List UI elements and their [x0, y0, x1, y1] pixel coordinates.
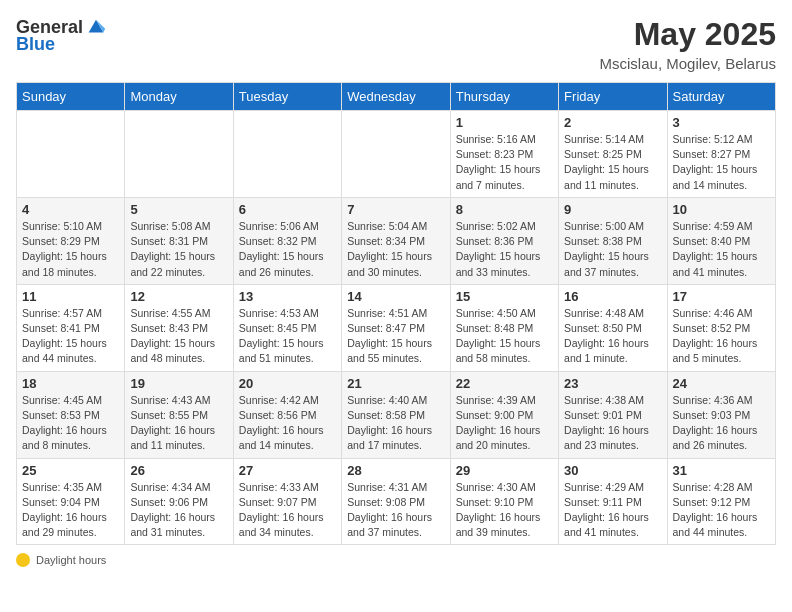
day-number: 14 [347, 289, 444, 304]
column-header-friday: Friday [559, 83, 667, 111]
sun-icon [16, 553, 30, 567]
day-number: 12 [130, 289, 227, 304]
day-info: Sunrise: 4:29 AM Sunset: 9:11 PM Dayligh… [564, 480, 661, 541]
day-info: Sunrise: 4:57 AM Sunset: 8:41 PM Dayligh… [22, 306, 119, 367]
calendar-cell [342, 111, 450, 198]
calendar-cell: 23Sunrise: 4:38 AM Sunset: 9:01 PM Dayli… [559, 371, 667, 458]
month-title: May 2025 [600, 16, 776, 53]
day-info: Sunrise: 4:36 AM Sunset: 9:03 PM Dayligh… [673, 393, 770, 454]
day-info: Sunrise: 4:40 AM Sunset: 8:58 PM Dayligh… [347, 393, 444, 454]
day-info: Sunrise: 4:55 AM Sunset: 8:43 PM Dayligh… [130, 306, 227, 367]
day-info: Sunrise: 5:14 AM Sunset: 8:25 PM Dayligh… [564, 132, 661, 193]
day-info: Sunrise: 4:34 AM Sunset: 9:06 PM Dayligh… [130, 480, 227, 541]
day-number: 27 [239, 463, 336, 478]
day-number: 13 [239, 289, 336, 304]
calendar-cell: 31Sunrise: 4:28 AM Sunset: 9:12 PM Dayli… [667, 458, 775, 545]
day-info: Sunrise: 4:31 AM Sunset: 9:08 PM Dayligh… [347, 480, 444, 541]
day-number: 6 [239, 202, 336, 217]
day-number: 30 [564, 463, 661, 478]
day-info: Sunrise: 4:30 AM Sunset: 9:10 PM Dayligh… [456, 480, 553, 541]
calendar-cell: 30Sunrise: 4:29 AM Sunset: 9:11 PM Dayli… [559, 458, 667, 545]
calendar-cell: 11Sunrise: 4:57 AM Sunset: 8:41 PM Dayli… [17, 284, 125, 371]
footer-note: Daylight hours [16, 553, 776, 567]
calendar-cell [125, 111, 233, 198]
day-number: 23 [564, 376, 661, 391]
day-number: 10 [673, 202, 770, 217]
column-header-tuesday: Tuesday [233, 83, 341, 111]
day-number: 19 [130, 376, 227, 391]
logo-icon [85, 16, 107, 38]
title-area: May 2025 Mscislau, Mogilev, Belarus [600, 16, 776, 72]
day-number: 29 [456, 463, 553, 478]
day-number: 24 [673, 376, 770, 391]
day-number: 18 [22, 376, 119, 391]
day-info: Sunrise: 4:48 AM Sunset: 8:50 PM Dayligh… [564, 306, 661, 367]
calendar-cell: 7Sunrise: 5:04 AM Sunset: 8:34 PM Daylig… [342, 197, 450, 284]
calendar-cell: 16Sunrise: 4:48 AM Sunset: 8:50 PM Dayli… [559, 284, 667, 371]
column-header-wednesday: Wednesday [342, 83, 450, 111]
calendar-cell: 2Sunrise: 5:14 AM Sunset: 8:25 PM Daylig… [559, 111, 667, 198]
calendar-cell: 5Sunrise: 5:08 AM Sunset: 8:31 PM Daylig… [125, 197, 233, 284]
day-number: 31 [673, 463, 770, 478]
calendar-week-row: 11Sunrise: 4:57 AM Sunset: 8:41 PM Dayli… [17, 284, 776, 371]
calendar-cell: 26Sunrise: 4:34 AM Sunset: 9:06 PM Dayli… [125, 458, 233, 545]
day-number: 17 [673, 289, 770, 304]
day-info: Sunrise: 4:50 AM Sunset: 8:48 PM Dayligh… [456, 306, 553, 367]
calendar-cell: 18Sunrise: 4:45 AM Sunset: 8:53 PM Dayli… [17, 371, 125, 458]
day-info: Sunrise: 4:46 AM Sunset: 8:52 PM Dayligh… [673, 306, 770, 367]
day-info: Sunrise: 4:45 AM Sunset: 8:53 PM Dayligh… [22, 393, 119, 454]
calendar-cell: 15Sunrise: 4:50 AM Sunset: 8:48 PM Dayli… [450, 284, 558, 371]
logo-blue-text: Blue [16, 34, 55, 55]
calendar-cell: 9Sunrise: 5:00 AM Sunset: 8:38 PM Daylig… [559, 197, 667, 284]
calendar-cell: 14Sunrise: 4:51 AM Sunset: 8:47 PM Dayli… [342, 284, 450, 371]
day-info: Sunrise: 5:02 AM Sunset: 8:36 PM Dayligh… [456, 219, 553, 280]
location-title: Mscislau, Mogilev, Belarus [600, 55, 776, 72]
calendar-cell: 12Sunrise: 4:55 AM Sunset: 8:43 PM Dayli… [125, 284, 233, 371]
day-number: 25 [22, 463, 119, 478]
day-info: Sunrise: 4:43 AM Sunset: 8:55 PM Dayligh… [130, 393, 227, 454]
day-info: Sunrise: 4:42 AM Sunset: 8:56 PM Dayligh… [239, 393, 336, 454]
column-header-thursday: Thursday [450, 83, 558, 111]
calendar-week-row: 18Sunrise: 4:45 AM Sunset: 8:53 PM Dayli… [17, 371, 776, 458]
day-number: 26 [130, 463, 227, 478]
logo: General Blue [16, 16, 107, 55]
calendar-cell: 10Sunrise: 4:59 AM Sunset: 8:40 PM Dayli… [667, 197, 775, 284]
calendar-cell: 1Sunrise: 5:16 AM Sunset: 8:23 PM Daylig… [450, 111, 558, 198]
calendar-cell: 22Sunrise: 4:39 AM Sunset: 9:00 PM Dayli… [450, 371, 558, 458]
day-number: 21 [347, 376, 444, 391]
day-number: 7 [347, 202, 444, 217]
day-info: Sunrise: 4:59 AM Sunset: 8:40 PM Dayligh… [673, 219, 770, 280]
calendar-cell: 21Sunrise: 4:40 AM Sunset: 8:58 PM Dayli… [342, 371, 450, 458]
column-header-monday: Monday [125, 83, 233, 111]
calendar-cell: 19Sunrise: 4:43 AM Sunset: 8:55 PM Dayli… [125, 371, 233, 458]
day-number: 3 [673, 115, 770, 130]
day-number: 5 [130, 202, 227, 217]
calendar-cell: 24Sunrise: 4:36 AM Sunset: 9:03 PM Dayli… [667, 371, 775, 458]
page-header: General Blue May 2025 Mscislau, Mogilev,… [16, 16, 776, 72]
daylight-label: Daylight hours [36, 554, 106, 566]
day-number: 2 [564, 115, 661, 130]
day-info: Sunrise: 4:51 AM Sunset: 8:47 PM Dayligh… [347, 306, 444, 367]
day-info: Sunrise: 5:10 AM Sunset: 8:29 PM Dayligh… [22, 219, 119, 280]
day-info: Sunrise: 5:06 AM Sunset: 8:32 PM Dayligh… [239, 219, 336, 280]
day-number: 22 [456, 376, 553, 391]
day-number: 8 [456, 202, 553, 217]
column-header-sunday: Sunday [17, 83, 125, 111]
day-info: Sunrise: 4:28 AM Sunset: 9:12 PM Dayligh… [673, 480, 770, 541]
day-number: 28 [347, 463, 444, 478]
day-info: Sunrise: 5:16 AM Sunset: 8:23 PM Dayligh… [456, 132, 553, 193]
day-info: Sunrise: 5:04 AM Sunset: 8:34 PM Dayligh… [347, 219, 444, 280]
day-info: Sunrise: 4:35 AM Sunset: 9:04 PM Dayligh… [22, 480, 119, 541]
calendar-cell: 17Sunrise: 4:46 AM Sunset: 8:52 PM Dayli… [667, 284, 775, 371]
calendar-cell: 20Sunrise: 4:42 AM Sunset: 8:56 PM Dayli… [233, 371, 341, 458]
day-number: 9 [564, 202, 661, 217]
day-info: Sunrise: 5:12 AM Sunset: 8:27 PM Dayligh… [673, 132, 770, 193]
calendar-week-row: 25Sunrise: 4:35 AM Sunset: 9:04 PM Dayli… [17, 458, 776, 545]
day-info: Sunrise: 5:00 AM Sunset: 8:38 PM Dayligh… [564, 219, 661, 280]
day-number: 11 [22, 289, 119, 304]
calendar-cell: 4Sunrise: 5:10 AM Sunset: 8:29 PM Daylig… [17, 197, 125, 284]
day-info: Sunrise: 4:53 AM Sunset: 8:45 PM Dayligh… [239, 306, 336, 367]
day-number: 15 [456, 289, 553, 304]
calendar-cell: 29Sunrise: 4:30 AM Sunset: 9:10 PM Dayli… [450, 458, 558, 545]
calendar-header-row: SundayMondayTuesdayWednesdayThursdayFrid… [17, 83, 776, 111]
